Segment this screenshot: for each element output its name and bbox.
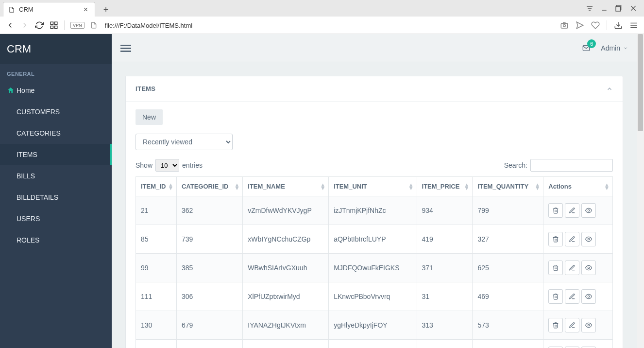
table-cell: xWbIYgNCchuCZGp [243,225,329,254]
table-row: 85739xWbIYgNCchuCZGpaQPbtIbIrcfLUYP41932… [136,225,613,254]
window-close-icon[interactable] [629,4,637,12]
minimize-icon[interactable] [600,4,608,12]
forward-icon[interactable] [20,21,29,30]
download-icon[interactable] [614,21,623,30]
browser-tab[interactable]: CRM × [3,2,95,17]
length-select[interactable]: 10 [155,159,179,172]
table-row: 168319LnhFucynkkkIDHUyMEVCSLUbJtMnBh6843… [136,340,613,348]
scrollbar[interactable] [637,34,644,348]
column-header[interactable]: ITEM_PRICE▲▼ [417,177,473,196]
delete-button[interactable] [548,289,563,304]
user-menu[interactable]: Admin [601,44,628,52]
view-button[interactable] [581,261,596,275]
snapshot-icon[interactable] [560,21,569,30]
sidebar-item-roles[interactable]: ROLES [0,229,112,251]
table-cell: 385 [176,254,242,282]
svg-point-18 [588,267,590,269]
table-cell: vZmDfwWdYKVJygP [243,196,329,225]
eye-icon [585,322,592,329]
table-cell: 362 [176,196,242,225]
reload-icon[interactable] [35,21,44,30]
tab-bar: CRM × + [0,0,644,17]
table-row: 99385WBwhSIArIvGXuuhMJDFQOwuFkEIGKS37162… [136,254,613,282]
table-cell: LnhFucynkkkIDHU [243,340,329,348]
table-cell: 111 [136,282,177,311]
notifications-button[interactable]: 6 [581,44,591,52]
eye-icon [585,264,592,271]
show-label: Show [136,161,153,169]
sidebar: CRM GENERAL HomeCUSTOMERSCATEGORIESITEMS… [0,34,112,348]
search-input[interactable] [530,159,613,172]
table-cell: 130 [136,311,177,340]
table-cell: 684 [417,340,473,348]
edit-button[interactable] [565,203,579,218]
tab-title: CRM [19,6,34,13]
vpn-badge[interactable]: VPN [70,22,85,29]
sidebar-item-categories[interactable]: CATEGORIES [0,122,112,144]
table-cell: 85 [136,225,177,254]
edit-button[interactable] [565,318,579,332]
sidebar-item-label: ROLES [17,236,39,244]
collapse-icon[interactable] [606,86,613,92]
column-header[interactable]: CATEGORIE_ID▲▼ [176,177,242,196]
sort-icon: ▲▼ [320,183,325,190]
svg-point-17 [588,238,590,240]
sidebar-item-bills[interactable]: BILLS [0,165,112,187]
delete-button[interactable] [548,203,563,218]
scrollbar-thumb[interactable] [638,34,643,131]
hamburger-icon[interactable] [120,43,131,53]
trash-icon [552,322,559,329]
send-icon[interactable] [576,21,584,30]
column-header[interactable]: ITEM_QUANTITY▲▼ [473,177,543,196]
view-button[interactable] [581,318,596,332]
column-header[interactable]: Actions▲▼ [543,177,613,196]
menu-icon[interactable] [629,21,638,30]
sort-icon: ▲▼ [535,183,540,190]
page-icon [90,22,97,29]
table-cell: MJDFQOwuFkEIGKS [329,254,417,282]
column-header[interactable]: ITEM_NAME▲▼ [243,177,329,196]
apps-icon[interactable] [50,21,58,30]
column-header[interactable]: ITEM_UNIT▲▼ [329,177,417,196]
svg-rect-6 [55,22,57,24]
edit-button[interactable] [565,232,579,246]
table-row: 21362vZmDfwWdYKVJygPizJTnmjKPjfNhZc93479… [136,196,613,225]
svg-marker-11 [576,22,583,29]
view-button[interactable] [581,232,596,246]
close-tab-icon[interactable]: × [82,5,90,14]
table-cell: 469 [473,282,543,311]
heart-icon[interactable] [591,21,600,30]
tabs-overview-icon[interactable] [586,4,593,12]
sidebar-item-label: Home [17,87,34,94]
sidebar-item-home[interactable]: Home [0,80,112,101]
view-button[interactable] [581,203,596,218]
delete-button[interactable] [548,232,563,246]
edit-button[interactable] [565,261,579,275]
column-label: ITEM_ID [141,183,166,190]
delete-button[interactable] [548,318,563,332]
new-button[interactable]: New [136,109,163,125]
table-cell: 306 [176,282,242,311]
table-cell: 99 [136,254,177,282]
sidebar-item-customers[interactable]: CUSTOMERS [0,101,112,122]
back-icon[interactable] [6,21,15,30]
column-header[interactable]: ITEM_ID▲▼ [136,177,177,196]
table-cell: 371 [417,254,473,282]
svg-rect-9 [561,23,568,28]
delete-button[interactable] [548,261,563,275]
table-cell: 679 [176,311,242,340]
actions-cell [543,196,613,225]
sidebar-item-label: CATEGORIES [17,129,61,137]
sidebar-item-items[interactable]: ITEMS [0,144,112,165]
edit-button[interactable] [565,289,579,304]
view-button[interactable] [581,289,596,304]
sidebar-item-billdetails[interactable]: BILLDETAILS [0,187,112,208]
sidebar-item-users[interactable]: USERS [0,208,112,229]
filter-select[interactable]: Recently viewed [136,134,233,150]
column-label: ITEM_PRICE [422,183,460,190]
new-tab-button[interactable]: + [99,3,113,17]
maximize-icon[interactable] [615,4,623,12]
url-input[interactable] [103,20,554,31]
sidebar-item-label: CUSTOMERS [17,108,60,116]
svg-point-16 [588,209,590,211]
